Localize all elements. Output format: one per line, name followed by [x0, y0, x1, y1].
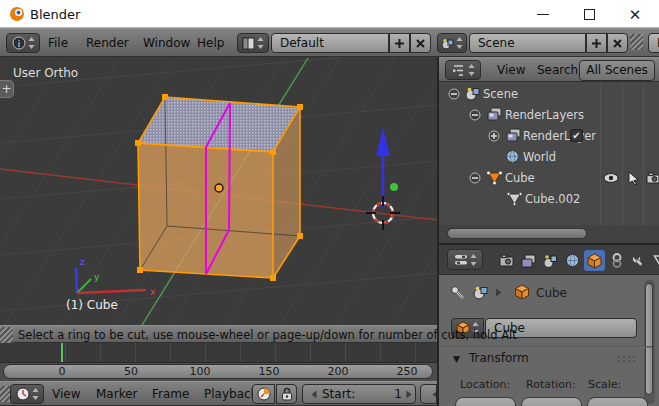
outliner-hscrollbar[interactable]: [447, 228, 587, 239]
delete-scene-button[interactable]: [607, 33, 628, 53]
manipulator-y-head[interactable]: [390, 183, 398, 191]
viewport-canvas[interactable]: z y x: [0, 57, 437, 325]
world-tab-icon: [565, 253, 580, 268]
pin-icon[interactable]: [450, 285, 465, 300]
tab-modifiers[interactable]: [628, 250, 649, 271]
region-resize-corner[interactable]: [0, 327, 13, 343]
manipulator-z-head[interactable]: [376, 127, 390, 156]
tab-render[interactable]: [496, 250, 517, 271]
start-frame-field[interactable]: Start: 1: [302, 384, 416, 404]
menu-help[interactable]: Help: [197, 33, 224, 53]
timeline-scrollbar[interactable]: 0 50 100 150 200 250: [0, 363, 437, 381]
scene-context-icon[interactable]: [473, 285, 489, 300]
screen-layout-name-field[interactable]: Default: [271, 33, 389, 53]
outliner-display-filter[interactable]: All Scenes: [579, 60, 655, 81]
tab-object[interactable]: [584, 250, 605, 271]
expand-icon[interactable]: [488, 130, 500, 142]
row-label: Cube.002: [525, 192, 580, 206]
delete-layout-button[interactable]: [410, 33, 431, 53]
scale-x-field[interactable]: [587, 397, 648, 406]
scene-icon: [465, 86, 480, 101]
row-label: RenderLayers: [505, 108, 584, 122]
end-frame-field-partial[interactable]: E: [420, 384, 437, 404]
tab-scene[interactable]: [540, 250, 561, 271]
current-frame-indicator[interactable]: [61, 343, 63, 362]
decrement-arrow-icon[interactable]: [311, 390, 317, 399]
hide-toggle[interactable]: [601, 168, 621, 188]
editor-type-selector-info[interactable]: i: [6, 33, 40, 53]
tab-constraints[interactable]: [606, 250, 627, 271]
scale-label: Scale:: [588, 378, 621, 391]
maximize-button[interactable]: [576, 6, 602, 23]
outliner-row-cube002[interactable]: Cube.002: [439, 188, 659, 209]
panel-collapse-icon[interactable]: ▼: [453, 354, 460, 364]
transform-panel-header[interactable]: ▼ Transform: [439, 349, 652, 369]
timeline-menu-frame[interactable]: Frame: [152, 384, 189, 404]
tab-render-layers[interactable]: [518, 250, 539, 271]
timeline-menu-playback[interactable]: Playback: [204, 384, 258, 404]
collapse-icon[interactable]: [469, 109, 481, 121]
world-icon: [505, 149, 520, 164]
editor-type-selector-timeline[interactable]: [10, 384, 44, 404]
cube-mesh[interactable]: [135, 94, 303, 281]
outliner-row-world[interactable]: World: [439, 146, 659, 167]
outliner-row-scene[interactable]: Scene: [439, 83, 659, 104]
region-resize-corner[interactable]: [630, 34, 643, 50]
window-title: Blender: [30, 7, 80, 22]
outliner-menu-search[interactable]: Search: [537, 60, 578, 80]
menu-file[interactable]: File: [48, 33, 68, 53]
timeline-menu-view[interactable]: View: [52, 384, 80, 404]
lock-frame-button[interactable]: [276, 384, 297, 404]
timeline-ruler[interactable]: [0, 343, 437, 363]
add-scene-button[interactable]: [586, 33, 607, 53]
render-engine-select-partial[interactable]: B: [648, 33, 659, 53]
object-context-icon[interactable]: [514, 284, 530, 300]
menu-render[interactable]: Render: [86, 33, 129, 53]
collapse-icon[interactable]: [469, 172, 481, 184]
menu-window[interactable]: Window: [143, 33, 190, 53]
scene-browse-button[interactable]: [437, 33, 467, 53]
location-x-field[interactable]: [455, 397, 516, 406]
filter-label: All Scenes: [586, 63, 648, 77]
close-button[interactable]: ✕: [622, 6, 648, 23]
camera-icon: [646, 172, 659, 184]
tab-object-data[interactable]: [650, 250, 659, 271]
outliner-row-renderlayers[interactable]: RenderLayers: [439, 104, 659, 125]
mesh-data-icon: [507, 191, 522, 206]
rotation-x-field[interactable]: [521, 397, 582, 406]
increment-arrow-icon[interactable]: [406, 390, 412, 399]
properties-scrollbar-track[interactable]: [644, 280, 655, 404]
panel-grip-icon[interactable]: [617, 355, 637, 363]
outliner-row-renderlayer[interactable]: RenderLayer ✔: [439, 125, 659, 146]
editor-type-selector-outliner[interactable]: [445, 60, 481, 80]
renderable-toggle[interactable]: [643, 168, 659, 188]
minimize-button[interactable]: [530, 6, 556, 23]
3d-viewport: z y x User Ortho (1) Cube +: [0, 57, 437, 325]
toolshelf-expand-button[interactable]: +: [0, 80, 14, 98]
outliner-hscrollbar-track[interactable]: [439, 225, 659, 243]
selectable-toggle[interactable]: [623, 168, 643, 188]
ruler-tick: [65, 343, 66, 362]
outliner-row-cube[interactable]: Cube: [439, 167, 659, 188]
tab-world[interactable]: [562, 250, 583, 271]
timeline-scrollbar-handle[interactable]: [3, 364, 433, 379]
renderlayer-checkbox[interactable]: ✔: [570, 129, 583, 142]
outliner: View Search All Scenes Scene RenderLayer…: [439, 57, 659, 243]
screen-layout-browse-button[interactable]: [237, 33, 269, 53]
render-layer-icon: [506, 128, 521, 143]
scene-name-field[interactable]: Scene: [469, 33, 586, 53]
svg-text:i: i: [17, 39, 20, 49]
preview-range-button[interactable]: [252, 384, 275, 404]
frame-tick-250: 250: [397, 365, 418, 378]
properties-scrollbar[interactable]: [645, 283, 653, 395]
axis-z-label: z: [80, 257, 85, 267]
collapse-icon[interactable]: [448, 88, 460, 100]
add-layout-button[interactable]: [389, 33, 410, 53]
decrement-arrow-icon[interactable]: [432, 390, 437, 399]
outliner-header: View Search All Scenes: [439, 57, 659, 82]
frame-tick-150: 150: [259, 365, 280, 378]
outliner-menu-view[interactable]: View: [497, 60, 525, 80]
translate-manipulator[interactable]: [376, 127, 398, 207]
timeline-menu-marker[interactable]: Marker: [96, 384, 137, 404]
editor-type-selector-properties[interactable]: [447, 249, 483, 270]
